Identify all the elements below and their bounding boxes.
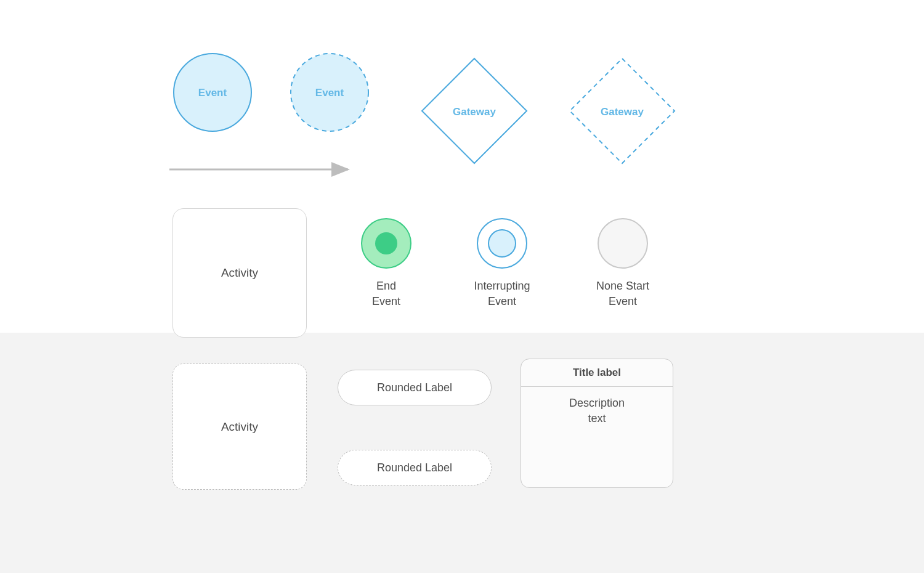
event-circle-solid-label: Event: [198, 87, 227, 99]
rounded-label-solid[interactable]: Rounded Label: [338, 370, 492, 405]
title-description-card[interactable]: Title label Description text: [521, 359, 673, 488]
gateway-diamond-dashed[interactable]: Gateway: [567, 55, 678, 166]
card-description: Description text: [521, 387, 673, 435]
activity-box-solid-label: Activity: [221, 266, 258, 280]
activity-box-dashed[interactable]: Activity: [172, 364, 307, 490]
event-circle-solid[interactable]: Event: [172, 52, 253, 132]
event-circle-dashed[interactable]: Event: [290, 52, 370, 132]
gateway-diamond-solid[interactable]: Gateway: [419, 55, 530, 166]
card-title: Title label: [521, 359, 673, 387]
diagram-stage: Event Event Gateway Gateway Activity End…: [0, 0, 924, 573]
end-event-circle[interactable]: [359, 216, 414, 271]
rounded-label-dashed-text: Rounded Label: [377, 461, 452, 474]
svg-point-7: [375, 232, 397, 254]
rounded-label-dashed[interactable]: Rounded Label: [338, 450, 492, 486]
activity-box-solid[interactable]: Activity: [172, 208, 307, 338]
activity-box-dashed-label: Activity: [221, 420, 258, 434]
svg-point-10: [598, 219, 647, 268]
interrupting-event-circle[interactable]: [474, 216, 530, 271]
event-circle-dashed-label: Event: [315, 87, 344, 99]
rounded-label-solid-text: Rounded Label: [377, 381, 452, 394]
gateway-diamond-solid-label: Gateway: [453, 106, 496, 118]
end-event-caption: End Event: [354, 278, 418, 309]
svg-point-9: [488, 230, 516, 257]
gateway-diamond-dashed-label: Gateway: [601, 106, 644, 118]
none-start-event-caption: None Start Event: [585, 278, 660, 309]
interrupting-event-caption: Interrupting Event: [462, 278, 542, 309]
sequence-flow-arrow[interactable]: [166, 160, 357, 179]
none-start-event-circle[interactable]: [595, 216, 650, 271]
